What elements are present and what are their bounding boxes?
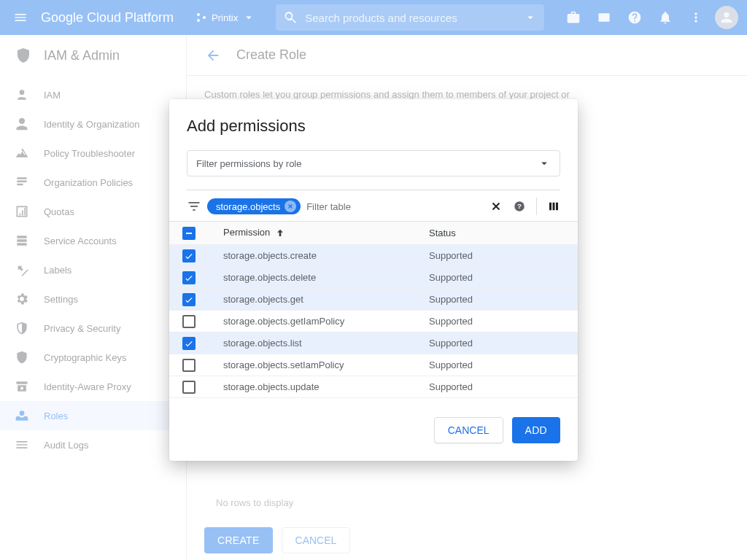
add-permissions-dialog: Add permissions Filter permissions by ro… [169,99,578,461]
table-row: storage.objects.createSupported [169,245,578,267]
dropdown-icon [538,157,551,170]
filter-by-role-dropdown[interactable]: Filter permissions by role [187,150,560,176]
dialog-add-button[interactable]: ADD [512,417,560,443]
table-row: storage.objects.deleteSupported [169,267,578,289]
col-permission[interactable]: Permission [223,227,429,239]
help-icon[interactable]: ? [513,200,526,213]
select-all-checkbox[interactable] [182,227,196,240]
permission-cell: storage.objects.setIamPolicy [223,359,429,370]
table-row: storage.objects.getIamPolicySupported [169,311,578,332]
filter-role-placeholder: Filter permissions by role [196,158,302,169]
status-cell: Supported [429,294,560,305]
table-row: storage.objects.updateSupported [169,376,578,398]
table-row: storage.objects.getSupported [169,289,578,311]
chip-remove-icon[interactable] [285,201,296,212]
status-cell: Supported [429,338,560,349]
table-row: storage.objects.listSupported [169,332,578,354]
columns-icon[interactable] [547,200,560,213]
row-checkbox[interactable] [182,293,196,306]
filter-chip[interactable]: storage.objects [207,198,301,214]
permission-cell: storage.objects.getIamPolicy [223,316,429,327]
permission-cell: storage.objects.get [223,294,429,305]
status-cell: Supported [429,316,560,327]
status-cell: Supported [429,250,560,261]
permissions-table: Permission Status storage.objects.create… [169,221,578,398]
status-cell: Supported [429,381,560,392]
col-status[interactable]: Status [429,228,560,238]
row-checkbox[interactable] [182,249,196,262]
row-checkbox[interactable] [182,381,196,394]
permission-cell: storage.objects.delete [223,272,429,283]
dialog-title: Add permissions [169,99,578,144]
status-cell: Supported [429,359,560,370]
svg-text:?: ? [517,202,522,210]
dialog-cancel-button[interactable]: CANCEL [434,417,503,443]
sort-asc-icon [274,228,286,239]
table-header-row: Permission Status [169,222,578,245]
separator [536,198,537,215]
table-row: storage.objects.setIamPolicySupported [169,354,578,376]
dialog-actions: CANCEL ADD [169,398,578,455]
filter-icon[interactable] [187,199,201,214]
row-checkbox[interactable] [182,337,196,350]
clear-filter-icon[interactable] [489,200,503,213]
row-checkbox[interactable] [182,271,196,284]
table-filter-row: storage.objects ? [169,190,578,221]
row-checkbox[interactable] [182,315,196,328]
status-cell: Supported [429,272,560,283]
permission-cell: storage.objects.create [223,250,429,261]
table-filter-input[interactable] [306,201,484,212]
permission-cell: storage.objects.update [223,381,429,392]
chip-label: storage.objects [216,201,280,212]
row-checkbox[interactable] [182,359,196,372]
svg-rect-7 [556,203,558,211]
svg-rect-5 [549,203,551,211]
svg-rect-6 [553,203,555,211]
svg-rect-8 [186,233,192,234]
permission-cell: storage.objects.list [223,338,429,349]
